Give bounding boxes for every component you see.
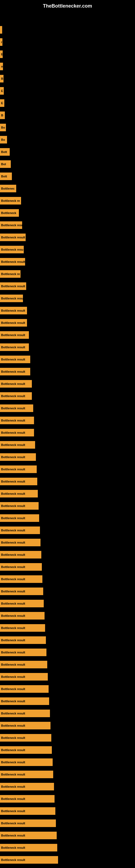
bar-label: Bottleneck result xyxy=(1,761,25,764)
bar-item: Bottleneck result xyxy=(0,527,40,534)
bar-item: Bottleneck result xyxy=(0,343,29,351)
bar-label: Bottleneck result xyxy=(1,394,25,398)
bar-item: Bottleneck result xyxy=(0,355,30,363)
bar-label: Bottleneck result xyxy=(1,419,25,422)
bar-label: Bottleneck result xyxy=(1,468,25,471)
bar-item: Bo xyxy=(0,136,7,144)
bar-label: Bottleneck result xyxy=(1,590,25,593)
bar-item: Bottleneck result xyxy=(0,319,27,327)
bar-item: Bottleneck result xyxy=(0,844,57,851)
bar-label: Bottleneck result xyxy=(1,309,25,312)
bar-item: Bottleneck result xyxy=(0,392,32,400)
bar-label: Bottleneck xyxy=(1,211,16,215)
bar-label: Bottleneck result xyxy=(1,480,25,483)
bar-item: Bottleneck result xyxy=(0,685,49,693)
bar-item: Bottleneck result xyxy=(0,771,53,778)
bar-item: E xyxy=(0,87,4,95)
bar-item: Bottleneck resu xyxy=(0,294,23,302)
bar-label: Bottleneck result xyxy=(1,553,25,556)
bar-item: r xyxy=(0,38,2,46)
bar-label: Bottlenec xyxy=(1,187,14,190)
bar-item: Bottleneck result xyxy=(0,722,50,730)
bar-item: m xyxy=(0,63,3,70)
bar-label: Bottleneck result xyxy=(1,333,25,337)
bar-item: Bottleneck result xyxy=(0,331,29,339)
bar-label: Bottleneck result xyxy=(1,236,25,239)
bar-label: Bottleneck result xyxy=(1,834,25,837)
bar-item: Bottleneck result xyxy=(0,404,33,412)
bar-item: Bottleneck result xyxy=(0,514,39,522)
site-title: TheBottlenecker.com xyxy=(0,0,135,11)
bar-item: Bottleneck result xyxy=(0,465,37,473)
bar-item: Bottleneck result xyxy=(0,575,42,583)
bar-label: Bottleneck result xyxy=(1,431,25,434)
bar-label: Bottleneck result xyxy=(1,492,25,495)
bar-label: Bott xyxy=(1,150,7,154)
bar-item: Bottleneck result xyxy=(0,234,26,241)
bar-label: Bottleneck result xyxy=(1,456,25,459)
bar-label: Bottleneck result xyxy=(1,687,25,691)
bar-label: Bottleneck re xyxy=(1,199,20,203)
bar-label: Bott xyxy=(1,175,7,178)
bar-label: E xyxy=(1,101,3,105)
bar-item: Bott xyxy=(0,173,12,180)
bar-label: Bottleneck re xyxy=(1,272,20,276)
bar-label: Bottleneck result xyxy=(1,700,25,703)
chart-area: rEmBEEBBoBoBottBotBottBottlenecBottlenec… xyxy=(0,11,135,868)
bar-label: Bottleneck result xyxy=(1,517,25,520)
bar-label: Bottleneck result xyxy=(1,822,25,825)
bar-item: Bo xyxy=(0,124,6,131)
bar-item: B xyxy=(0,112,5,119)
bar-item: Bottleneck result xyxy=(0,258,25,266)
bar-item: Bottleneck result xyxy=(0,698,49,705)
bar-item: Bottleneck result xyxy=(0,710,50,717)
bar-item: Bottleneck result xyxy=(0,758,53,766)
bar-label: Bottleneck result xyxy=(1,284,25,288)
bar-label: Bottleneck result xyxy=(1,748,25,752)
bar-label: Bottleneck result xyxy=(1,797,25,801)
bar-label: Bottleneck result xyxy=(1,736,25,739)
bar-label: E xyxy=(1,89,3,93)
bar-item xyxy=(0,26,2,34)
bar-label: Bottleneck result xyxy=(1,565,25,568)
bar-label: Bottleneck result xyxy=(1,321,25,324)
bar-label: Bottleneck result xyxy=(1,504,25,507)
bar-item: Bottleneck result xyxy=(0,563,42,571)
bar-item: Bottlenec xyxy=(0,185,16,192)
bar-item: Bottleneck result xyxy=(0,661,47,669)
bar-item: Bottleneck result xyxy=(0,502,39,510)
bar-item: Bottleneck result xyxy=(0,832,57,839)
bar-label: Bottleneck result xyxy=(1,370,25,373)
bar-item: E xyxy=(0,51,3,58)
bar-item: B xyxy=(0,75,3,83)
bar-item: Bottleneck result xyxy=(0,380,32,388)
bar-item: Bottleneck result xyxy=(0,746,52,754)
bar-item: Bottleneck resu xyxy=(0,246,24,253)
bar-item: Bottleneck result xyxy=(0,807,55,815)
bar-label: Bottleneck result xyxy=(1,346,25,349)
bar-item: Bottleneck result xyxy=(0,416,34,424)
bar-label: Bottleneck result xyxy=(1,846,25,849)
bar-label: B xyxy=(1,77,3,80)
bar-label: Bottleneck resu xyxy=(1,223,22,227)
bar-item: Bottleneck result xyxy=(0,600,44,607)
bar-label: Bottleneck result xyxy=(1,675,25,678)
bar-item: Bottleneck result xyxy=(0,478,37,485)
bar-item: Bottleneck result xyxy=(0,734,51,742)
bar-label: Bottleneck result xyxy=(1,858,25,862)
bar-label: Bottleneck result xyxy=(1,785,25,788)
bar-label: Bottleneck result xyxy=(1,663,25,666)
bar-item: Bottleneck result xyxy=(0,795,54,803)
bar-label: Bottleneck result xyxy=(1,529,25,532)
bar-label: r xyxy=(1,40,2,44)
bar-label: E xyxy=(1,53,3,56)
bar-item: Bottleneck result xyxy=(0,588,43,595)
bar-label: Bottleneck result xyxy=(1,724,25,727)
bar-item: Bottleneck result xyxy=(0,307,27,314)
bar-item: Bottleneck result xyxy=(0,368,30,375)
bar-label: Bottleneck result xyxy=(1,407,25,410)
bar-item: Bottleneck result xyxy=(0,453,36,461)
bar-item: Bottleneck result xyxy=(0,819,56,827)
bar-label: Bottleneck result xyxy=(1,809,25,813)
bar-item: Bottleneck result xyxy=(0,856,58,864)
